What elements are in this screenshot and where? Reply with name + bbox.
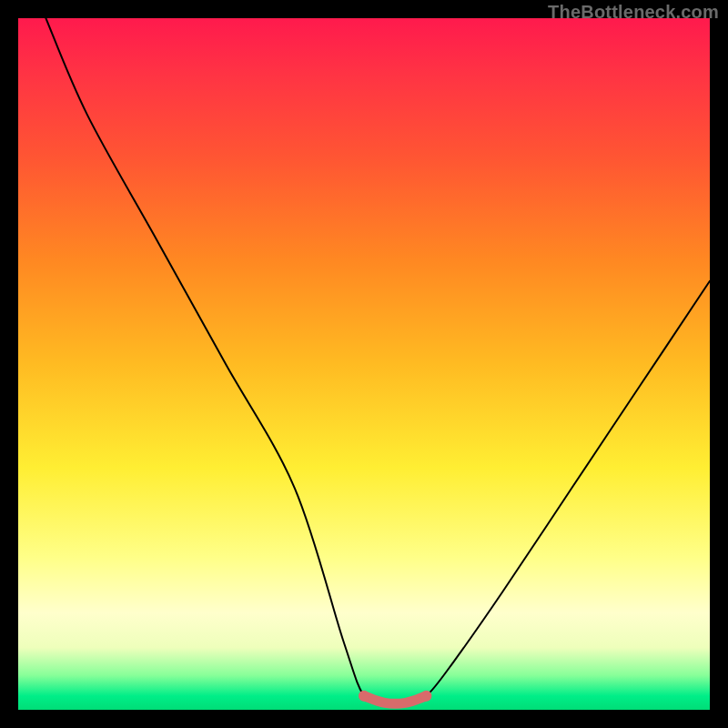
plot-area — [18, 18, 710, 710]
flat-region-end-dot — [420, 691, 431, 702]
flat-region-marker — [364, 696, 426, 704]
curve-layer — [18, 18, 710, 710]
chart-frame: TheBottleneck.com — [0, 0, 728, 728]
bottleneck-curve — [46, 18, 710, 703]
watermark-text: TheBottleneck.com — [548, 2, 719, 23]
flat-region-start-dot — [359, 691, 369, 702]
